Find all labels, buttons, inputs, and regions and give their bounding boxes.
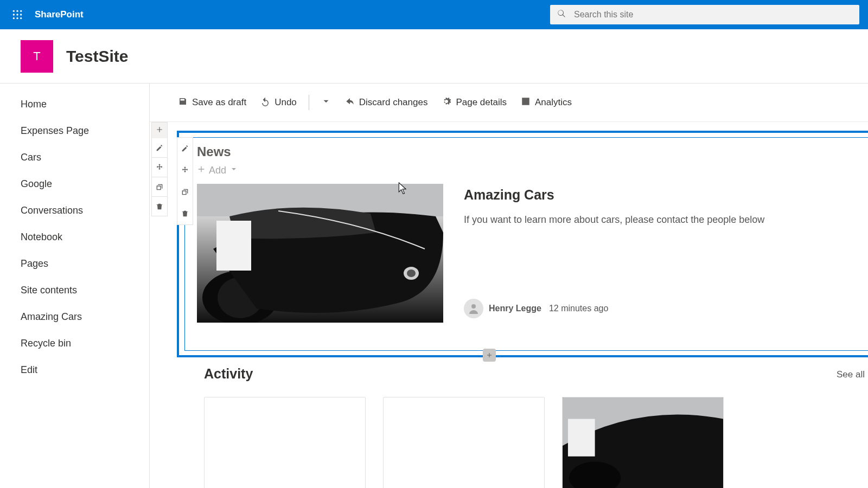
webpart-toolbar: [177, 137, 193, 225]
svg-point-7: [16, 17, 18, 19]
main-area: Save as draft Undo Discard changes Page …: [150, 84, 868, 488]
news-webpart[interactable]: News Add: [177, 131, 868, 357]
section-delete-button[interactable]: [151, 197, 168, 216]
svg-point-2: [20, 10, 22, 12]
save-label: Save as draft: [192, 97, 246, 108]
analytics-label: Analytics: [535, 97, 572, 108]
save-draft-button[interactable]: Save as draft: [173, 93, 252, 112]
save-icon: [178, 97, 188, 109]
news-title[interactable]: News: [197, 144, 857, 159]
search-box[interactable]: [550, 5, 859, 24]
svg-point-5: [20, 14, 22, 15]
svg-point-1: [16, 10, 18, 12]
gear-icon: [442, 97, 451, 109]
avatar: [464, 299, 483, 318]
section-edit-button[interactable]: [151, 138, 168, 158]
svg-point-0: [13, 10, 15, 12]
chevron-down-icon: [229, 165, 238, 176]
left-nav: Home Expenses Page Cars Google Conversat…: [0, 84, 150, 488]
svg-point-4: [16, 14, 18, 15]
activity-card[interactable]: [204, 397, 366, 488]
section-move-button[interactable]: [151, 158, 168, 177]
undo-button[interactable]: Undo: [255, 93, 302, 112]
svg-point-8: [20, 17, 22, 19]
wp-duplicate-button[interactable]: [177, 181, 193, 203]
news-add-label: Add: [209, 165, 226, 176]
activity-card[interactable]: [383, 397, 545, 488]
wp-edit-button[interactable]: [177, 138, 193, 159]
details-label: Page details: [456, 97, 507, 108]
news-item-title[interactable]: Amazing Cars: [464, 187, 857, 203]
site-title[interactable]: TestSite: [66, 47, 128, 66]
analytics-icon: [521, 97, 531, 109]
nav-item-cars[interactable]: Cars: [21, 144, 149, 171]
svg-point-3: [13, 14, 15, 15]
undo-icon: [260, 97, 270, 109]
chevron-down-icon: [321, 97, 331, 109]
wp-move-button[interactable]: [177, 159, 193, 181]
svg-rect-19: [568, 419, 595, 457]
search-icon: [557, 9, 566, 21]
news-item-summary: If you want to learn more about cars, pl…: [464, 213, 857, 227]
undo-dropdown[interactable]: [316, 93, 336, 112]
news-item[interactable]: Amazing Cars If you want to learn more a…: [197, 184, 857, 323]
news-image: [197, 184, 443, 323]
svg-point-14: [407, 269, 416, 277]
brand-label[interactable]: SharePoint: [35, 9, 84, 20]
site-header: T TestSite: [0, 29, 868, 84]
nav-item-home[interactable]: Home: [21, 91, 149, 118]
discard-button[interactable]: Discard changes: [340, 93, 433, 112]
plus-icon: [156, 126, 163, 136]
nav-item-google[interactable]: Google: [21, 171, 149, 197]
activity-section: Activity See all: [204, 366, 868, 488]
nav-item-recycle[interactable]: Recycle bin: [21, 330, 149, 357]
activity-seeall[interactable]: See all: [837, 369, 865, 380]
svg-point-6: [13, 17, 15, 19]
nav-item-edit[interactable]: Edit: [21, 357, 149, 383]
app-launcher[interactable]: [4, 2, 30, 28]
wp-delete-button[interactable]: [177, 203, 193, 224]
canvas: News Add: [150, 121, 868, 122]
svg-rect-15: [216, 221, 251, 271]
news-body: Amazing Cars If you want to learn more a…: [464, 184, 857, 323]
divider: [309, 95, 309, 110]
suite-header: SharePoint: [0, 0, 868, 29]
nav-item-notebook[interactable]: Notebook: [21, 224, 149, 251]
undo-label: Undo: [275, 97, 297, 108]
activity-card[interactable]: [562, 397, 724, 488]
news-time: 12 minutes ago: [549, 304, 608, 313]
nav-item-conversations[interactable]: Conversations: [21, 197, 149, 224]
discard-label: Discard changes: [359, 97, 428, 108]
page-details-button[interactable]: Page details: [436, 93, 512, 112]
news-webpart-inner: News Add: [184, 137, 868, 351]
activity-title: Activity: [204, 366, 868, 382]
news-add-button[interactable]: Add: [197, 165, 238, 176]
news-author: Henry Legge: [489, 304, 541, 313]
discard-icon: [345, 97, 355, 109]
search-input[interactable]: [574, 10, 853, 20]
command-bar: Save as draft Undo Discard changes Page …: [150, 84, 868, 121]
add-section-button[interactable]: [151, 122, 168, 138]
section-toolbar: [151, 122, 168, 216]
plus-icon: [197, 165, 206, 176]
analytics-button[interactable]: Analytics: [515, 93, 577, 112]
section-duplicate-button[interactable]: [151, 177, 168, 197]
news-meta: Henry Legge 12 minutes ago: [464, 299, 857, 323]
site-logo[interactable]: T: [21, 40, 53, 73]
section-resize-handle[interactable]: [483, 349, 496, 362]
nav-item-sitecontents[interactable]: Site contents: [21, 277, 149, 304]
nav-item-expenses[interactable]: Expenses Page: [21, 118, 149, 144]
nav-item-amazing[interactable]: Amazing Cars: [21, 304, 149, 330]
svg-point-16: [471, 304, 476, 309]
nav-item-pages[interactable]: Pages: [21, 251, 149, 277]
